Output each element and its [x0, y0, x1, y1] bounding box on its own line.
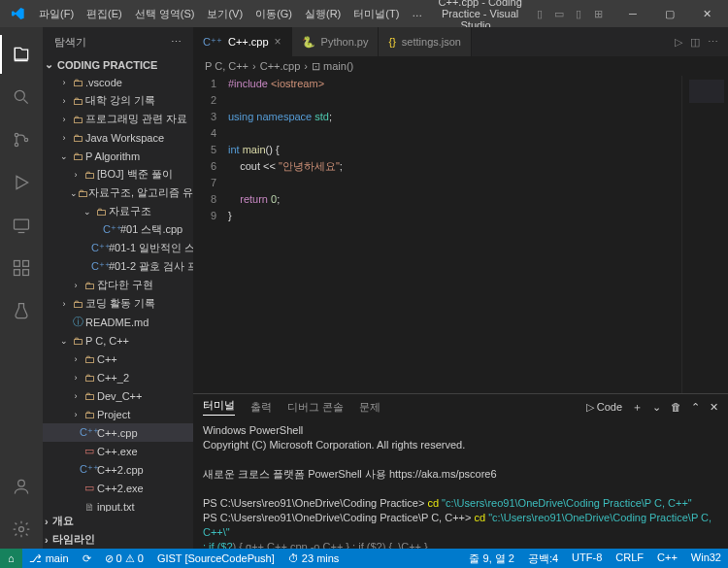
tree-item[interactable]: ⌄🗀자료구조, 알고리즘 유형	[43, 184, 193, 202]
tree-item[interactable]: C⁺⁺C++2.cpp	[43, 460, 193, 479]
close-button[interactable]: ✕	[689, 1, 724, 26]
file-tree[interactable]: ›🗀.vscode›🗀대학 강의 기록›🗀프로그래밍 관련 자료›🗀Java W…	[43, 73, 193, 512]
breadcrumb-item[interactable]: ⊡ main()	[312, 60, 353, 73]
settings-gear-icon[interactable]	[0, 510, 43, 549]
folder-icon: 🗀	[70, 132, 85, 144]
main-area: 탐색기 ⋯ ⌄ CODING PRACTICE ›🗀.vscode›🗀대학 강의…	[0, 27, 728, 549]
code-content[interactable]: #include <iostream> using namespace std;…	[228, 76, 681, 393]
shell-selector[interactable]: ▷ Code	[586, 401, 622, 414]
project-section[interactable]: ⌄ CODING PRACTICE	[43, 56, 193, 73]
remote-icon[interactable]	[0, 206, 43, 245]
tree-item[interactable]: ›🗀프로그래밍 관련 자료	[43, 110, 193, 128]
terminal-tab[interactable]: 문제	[359, 400, 381, 415]
run-icon[interactable]: ▷	[675, 36, 682, 49]
status-item[interactable]: 공백:4	[521, 551, 565, 566]
status-item[interactable]: UTF-8	[565, 551, 609, 563]
status-item[interactable]: CRLF	[609, 551, 650, 563]
testing-icon[interactable]	[0, 291, 43, 330]
minimap[interactable]	[681, 76, 728, 393]
gist-status[interactable]: GIST [SourceCodePush]	[150, 549, 281, 568]
tree-item[interactable]: C⁺⁺C++.cpp	[43, 423, 193, 442]
tree-item[interactable]: ⌄🗀P Algorithm	[43, 147, 193, 165]
time-status[interactable]: ⏱ 23 mins	[281, 549, 347, 568]
tree-item[interactable]: ⌄🗀자료구조	[43, 202, 193, 220]
split-editor-icon[interactable]: ◫	[690, 36, 700, 49]
tree-item[interactable]: C⁺⁺#01-1 일반적인 스택.c...	[43, 239, 193, 257]
git-branch[interactable]: ⎇ main	[22, 549, 76, 568]
sidebar-header: 탐색기 ⋯	[43, 27, 193, 56]
close-panel-icon[interactable]: ✕	[710, 401, 718, 414]
editor-tab[interactable]: C⁺⁺C++.cpp×	[193, 27, 292, 56]
tree-item[interactable]: ›🗀Project	[43, 405, 193, 423]
outline-section[interactable]: › 개요	[43, 512, 193, 530]
account-icon[interactable]	[0, 467, 43, 506]
tree-item[interactable]: ›🗀Dev_C++	[43, 386, 193, 405]
more-icon[interactable]: ⋯	[171, 36, 182, 49]
split-terminal-icon[interactable]: ⌄	[652, 401, 661, 414]
menu-item[interactable]: …	[406, 3, 428, 25]
toggle-panel-bottom-icon[interactable]: ▭	[551, 6, 567, 21]
tree-item[interactable]: ›🗀.vscode	[43, 73, 193, 91]
kill-terminal-icon[interactable]: 🗑	[671, 401, 681, 413]
tree-item[interactable]: ›🗀C++_2	[43, 368, 193, 386]
menu-item[interactable]: 보기(V)	[201, 3, 248, 25]
remote-indicator[interactable]: ⌂	[0, 549, 22, 568]
toggle-panel-right-icon[interactable]: ▯	[571, 6, 586, 21]
tree-item[interactable]: ›🗀코딩 활동 기록	[43, 294, 193, 313]
menu-item[interactable]: 이동(G)	[249, 3, 298, 25]
terminal-output[interactable]: Windows PowerShellCopyright (C) Microsof…	[193, 419, 728, 549]
tree-item-label: README.md	[85, 317, 149, 328]
folder-icon: 🗀	[82, 169, 97, 181]
run-debug-icon[interactable]	[0, 163, 43, 202]
tree-item-label: Project	[97, 409, 130, 420]
timeline-section[interactable]: › 타임라인	[43, 530, 193, 549]
tree-item[interactable]: C⁺⁺#01 스택.cpp	[43, 220, 193, 239]
close-tab-icon[interactable]: ×	[275, 35, 281, 49]
status-item[interactable]: 줄 9, 열 2	[462, 551, 520, 566]
menu-item[interactable]: 선택 영역(S)	[129, 3, 201, 25]
menu-item[interactable]: 파일(F)	[33, 3, 80, 25]
minimize-button[interactable]: ─	[615, 1, 650, 26]
editor-tab[interactable]: {}settings.json	[379, 27, 472, 56]
maximize-button[interactable]: ▢	[652, 1, 687, 26]
tree-item[interactable]: ›🗀C++	[43, 350, 193, 368]
status-item[interactable]: C++	[650, 551, 684, 563]
breadcrumb-item[interactable]: P C, C++	[205, 60, 248, 72]
new-terminal-icon[interactable]: ＋	[632, 400, 643, 415]
svg-rect-5	[15, 261, 20, 267]
menu-item[interactable]: 터미널(T)	[347, 3, 405, 25]
code-editor[interactable]: 123456789 #include <iostream> using name…	[193, 76, 681, 393]
terminal-tab[interactable]: 출력	[250, 400, 272, 415]
editor-tab[interactable]: 🐍Python.py	[292, 27, 380, 56]
editor-tabs: C⁺⁺C++.cpp×🐍Python.py{}settings.json ▷ ◫…	[193, 27, 728, 56]
more-actions-icon[interactable]: ⋯	[708, 36, 718, 49]
search-icon[interactable]	[0, 78, 43, 117]
git-sync[interactable]: ⟳	[76, 549, 98, 568]
tree-item[interactable]: ▭C++2.exe	[43, 479, 193, 497]
problems-status[interactable]: ⊘ 0 ⚠ 0	[98, 549, 150, 568]
layout-customize-icon[interactable]: ⊞	[590, 6, 606, 21]
tree-item[interactable]: 🗎input.txt	[43, 497, 193, 512]
chevron-icon: ›	[70, 373, 82, 383]
breadcrumb[interactable]: P C, C++›C++.cpp›⊡ main()	[193, 56, 728, 76]
toggle-panel-left-icon[interactable]: ▯	[532, 6, 547, 21]
explorer-icon[interactable]	[0, 35, 43, 74]
terminal-tab[interactable]: 디버그 콘솔	[287, 400, 344, 415]
breadcrumb-item[interactable]: C++.cpp	[260, 60, 301, 72]
extensions-icon[interactable]	[0, 249, 43, 287]
tree-item[interactable]: ⌄🗀P C, C++	[43, 331, 193, 350]
terminal-tabs: 터미널출력디버그 콘솔문제 ▷ Code ＋ ⌄ 🗑 ⌃ ✕	[193, 394, 728, 419]
tree-item[interactable]: ⓘREADME.md	[43, 313, 193, 331]
tree-item[interactable]: C⁺⁺#01-2 괄호 검사 프로...	[43, 257, 193, 276]
terminal-tab[interactable]: 터미널	[203, 398, 235, 416]
status-item[interactable]: Win32	[684, 551, 728, 563]
tree-item[interactable]: ›🗀Java Workspace	[43, 128, 193, 147]
tree-item[interactable]: ›🗀대학 강의 기록	[43, 91, 193, 110]
tree-item[interactable]: ›🗀[BOJ] 백준 풀이	[43, 165, 193, 184]
maximize-panel-icon[interactable]: ⌃	[691, 401, 700, 414]
tree-item[interactable]: ›🗀잡다한 구현	[43, 276, 193, 294]
source-control-icon[interactable]	[0, 120, 43, 159]
tree-item[interactable]: ▭C++.exe	[43, 442, 193, 460]
menu-item[interactable]: 편집(E)	[81, 3, 128, 25]
menu-item[interactable]: 실행(R)	[299, 3, 347, 25]
